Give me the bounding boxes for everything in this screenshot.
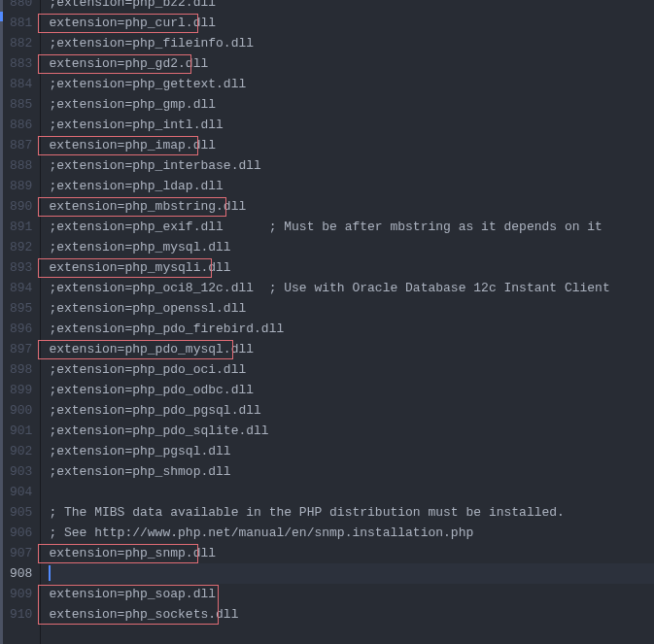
code-line[interactable]: ;extension=php_pdo_firebird.dll: [49, 319, 654, 339]
line-number: 901: [10, 421, 32, 441]
line-number: 910: [10, 604, 32, 625]
code-line[interactable]: ;extension=php_oci8_12c.dll ; Use with O…: [49, 278, 654, 298]
line-number: 895: [10, 298, 32, 319]
line-number: 906: [10, 523, 32, 543]
code-line[interactable]: ;extension=php_pdo_sqlite.dll: [49, 421, 654, 441]
line-number: 880: [10, 0, 32, 13]
line-number: 887: [10, 135, 32, 155]
code-line[interactable]: extension=php_soap.dll: [49, 584, 654, 604]
line-number: 894: [10, 278, 32, 298]
text-cursor: [49, 565, 51, 581]
code-line[interactable]: ;extension=php_fileinfo.dll: [49, 33, 654, 53]
line-number: 903: [10, 461, 32, 482]
code-line[interactable]: extension=php_pdo_mysql.dll: [49, 339, 654, 359]
code-line[interactable]: [49, 563, 654, 584]
line-number: 893: [10, 257, 32, 278]
code-line[interactable]: extension=php_mysqli.dll: [49, 257, 654, 278]
code-line[interactable]: ;extension=php_intl.dll: [49, 115, 654, 135]
line-number: 904: [10, 482, 32, 502]
code-area[interactable]: ;extension=php_bz2.dllextension=php_curl…: [41, 0, 654, 644]
line-number: 888: [10, 155, 32, 176]
line-number: 886: [10, 115, 32, 135]
line-number: 909: [10, 584, 32, 604]
code-line[interactable]: ; See http://www.php.net/manual/en/snmp.…: [49, 523, 654, 543]
line-number: 889: [10, 176, 32, 196]
code-line[interactable]: ; The MIBS data available in the PHP dis…: [49, 502, 654, 523]
code-line[interactable]: ;extension=php_pdo_pgsql.dll: [49, 400, 654, 421]
code-editor[interactable]: 8808818828838848858868878888898908918928…: [0, 0, 654, 644]
line-number: 883: [10, 53, 32, 74]
line-number: 890: [10, 196, 32, 217]
line-number: 897: [10, 339, 32, 359]
line-number: 885: [10, 94, 32, 115]
code-line[interactable]: ;extension=php_shmop.dll: [49, 461, 654, 482]
line-number: 891: [10, 217, 32, 237]
code-line[interactable]: ;extension=php_gettext.dll: [49, 74, 654, 94]
line-number: 900: [10, 400, 32, 421]
line-number: 907: [10, 543, 32, 563]
code-line[interactable]: ;extension=php_pgsql.dll: [49, 441, 654, 461]
line-number: 892: [10, 237, 32, 257]
line-number: 905: [10, 502, 32, 523]
code-line[interactable]: extension=php_snmp.dll: [49, 543, 654, 563]
code-line[interactable]: ;extension=php_mysql.dll: [49, 237, 654, 257]
code-line[interactable]: extension=php_gd2.dll: [49, 53, 654, 74]
code-line[interactable]: [49, 482, 654, 502]
marker-indicator: [0, 12, 3, 21]
code-line[interactable]: extension=php_imap.dll: [49, 135, 654, 155]
code-line[interactable]: extension=php_curl.dll: [49, 13, 654, 33]
code-line[interactable]: ;extension=php_exif.dll ; Must be after …: [49, 217, 654, 237]
line-number: 881: [10, 13, 32, 33]
line-number: 898: [10, 359, 32, 380]
fold-indicator: [0, 0, 3, 644]
code-line[interactable]: ;extension=php_ldap.dll: [49, 176, 654, 196]
line-number-gutter: 8808818828838848858868878888898908918928…: [0, 0, 41, 644]
line-number: 902: [10, 441, 32, 461]
code-line[interactable]: ;extension=php_interbase.dll: [49, 155, 654, 176]
code-line[interactable]: ;extension=php_bz2.dll: [49, 0, 654, 13]
code-line[interactable]: ;extension=php_pdo_oci.dll: [49, 359, 654, 380]
code-line[interactable]: ;extension=php_pdo_odbc.dll: [49, 380, 654, 400]
line-number: 884: [10, 74, 32, 94]
code-line[interactable]: ;extension=php_openssl.dll: [49, 298, 654, 319]
code-line[interactable]: extension=php_mbstring.dll: [49, 196, 654, 217]
line-number: 899: [10, 380, 32, 400]
code-line[interactable]: extension=php_sockets.dll: [49, 604, 654, 625]
line-number: 896: [10, 319, 32, 339]
code-line[interactable]: ;extension=php_gmp.dll: [49, 94, 654, 115]
line-number: 908: [10, 563, 32, 584]
line-number: 882: [10, 33, 32, 53]
